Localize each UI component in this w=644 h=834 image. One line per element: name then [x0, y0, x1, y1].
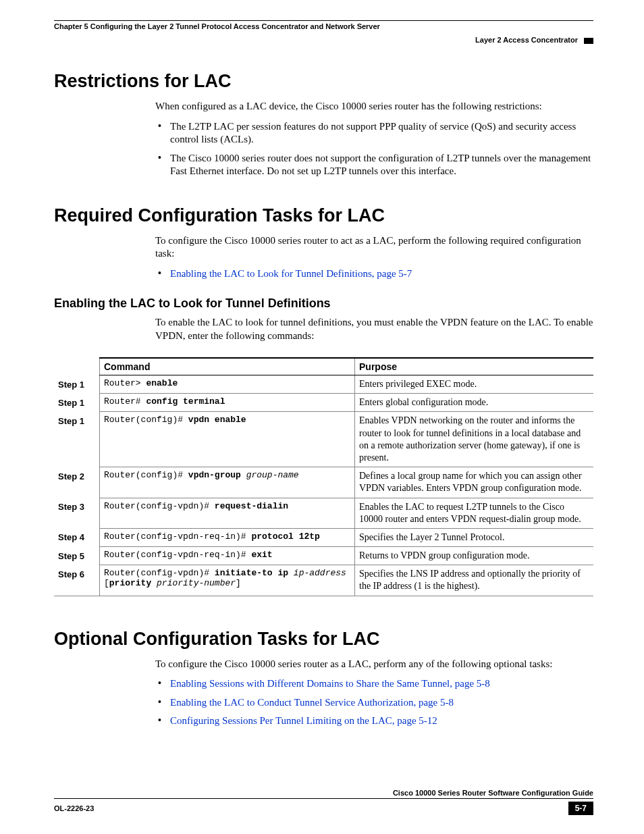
section-name: Layer 2 Access Concentrator: [475, 36, 578, 44]
step-label: Step 4: [54, 528, 100, 546]
restrictions-intro: When configured as a LAC device, the Cis…: [155, 100, 593, 113]
purpose-cell: Enters global configuration mode.: [355, 394, 594, 412]
command-cell: Router> enable: [100, 375, 355, 394]
purpose-cell: Specifies the LNS IP address and optiona…: [355, 565, 594, 596]
subsection-body: To enable the LAC to look for tunnel def…: [155, 316, 593, 342]
optional-link-item: Enabling Sessions with Different Domains…: [155, 677, 593, 691]
step-header: [54, 358, 100, 375]
link-sessions-limit[interactable]: Configuring Sessions Per Tunnel Limiting…: [170, 715, 437, 726]
command-cell: Router(config)# vpdn-group group-name: [100, 467, 355, 498]
step-label: Step 1: [54, 394, 100, 412]
command-cell: Router# config terminal: [100, 394, 355, 412]
document-page: Chapter 5 Configuring the Layer 2 Tunnel…: [0, 0, 644, 834]
heading-required-tasks: Required Configuration Tasks for LAC: [54, 205, 593, 226]
required-body: To configure the Cisco 10000 series rout…: [155, 234, 593, 281]
command-cell: Router(config-vpdn)# request-dialin: [100, 498, 355, 528]
optional-link-item: Enabling the LAC to Conduct Tunnel Servi…: [155, 696, 593, 710]
section-header: Layer 2 Access Concentrator: [54, 36, 593, 44]
table-row: Step 4 Router(config-vpdn-req-in)# proto…: [54, 528, 593, 546]
subsection-intro: To enable the LAC to look for tunnel def…: [155, 316, 593, 342]
table-row: Step 3 Router(config-vpdn)# request-dial…: [54, 498, 593, 528]
step-label: Step 5: [54, 547, 100, 565]
step-label: Step 1: [54, 375, 100, 394]
step-label: Step 3: [54, 498, 100, 528]
command-cell: Router(config-vpdn-req-in)# exit: [100, 547, 355, 565]
table-row: Step 6 Router(config-vpdn)# initiate-to …: [54, 565, 593, 596]
footer-title: Cisco 10000 Series Router Software Confi…: [54, 789, 593, 799]
command-cell: Router(config-vpdn-req-in)# protocol 12t…: [100, 528, 355, 546]
chapter-header: Chapter 5 Configuring the Layer 2 Tunnel…: [54, 22, 593, 30]
required-link-item: Enabling the LAC to Look for Tunnel Defi…: [155, 267, 593, 281]
table-row: Step 2 Router(config)# vpdn-group group-…: [54, 467, 593, 498]
purpose-cell: Defines a local group name for which you…: [355, 467, 594, 498]
heading-optional-tasks: Optional Configuration Tasks for LAC: [54, 629, 593, 650]
table-row: Step 1 Router(config)# vpdn enable Enabl…: [54, 412, 593, 467]
command-table: Command Purpose Step 1 Router> enable En…: [54, 357, 593, 596]
command-cell: Router(config)# vpdn enable: [100, 412, 355, 467]
purpose-cell: Enters privileged EXEC mode.: [355, 375, 594, 394]
purpose-cell: Enables the LAC to request L2TP tunnels …: [355, 498, 594, 528]
step-label: Step 2: [54, 467, 100, 498]
table-row: Step 5 Router(config-vpdn-req-in)# exit …: [54, 547, 593, 565]
table-row: Step 1 Router# config terminal Enters gl…: [54, 394, 593, 412]
command-cell: Router(config-vpdn)# initiate-to ip ip-a…: [100, 565, 355, 596]
optional-body: To configure the Cisco 10000 series rout…: [155, 658, 593, 728]
link-tunnel-auth[interactable]: Enabling the LAC to Conduct Tunnel Servi…: [170, 697, 454, 708]
command-header: Command: [100, 358, 355, 375]
page-number: 5-7: [568, 802, 593, 815]
purpose-cell: Returns to VPDN group configuration mode…: [355, 547, 594, 565]
optional-intro: To configure the Cisco 10000 series rout…: [155, 658, 593, 671]
heading-restrictions: Restrictions for LAC: [54, 71, 593, 92]
top-rule: [54, 20, 593, 21]
header-marker: [584, 38, 593, 44]
subheading-enable-tunnel: Enabling the LAC to Look for Tunnel Defi…: [54, 296, 593, 311]
table-row: Step 1 Router> enable Enters privileged …: [54, 375, 593, 394]
step-label: Step 6: [54, 565, 100, 596]
restriction-item: The L2TP LAC per session features do not…: [155, 120, 593, 147]
purpose-header: Purpose: [355, 358, 594, 375]
purpose-cell: Enables VPDN networking on the router an…: [355, 412, 594, 467]
required-intro: To configure the Cisco 10000 series rout…: [155, 234, 593, 261]
restrictions-body: When configured as a LAC device, the Cis…: [155, 100, 593, 178]
link-enable-tunnel-defs[interactable]: Enabling the LAC to Look for Tunnel Defi…: [170, 268, 412, 279]
optional-link-item: Configuring Sessions Per Tunnel Limiting…: [155, 714, 593, 728]
purpose-cell: Specifies the Layer 2 Tunnel Protocol.: [355, 528, 594, 546]
step-label: Step 1: [54, 412, 100, 467]
link-share-tunnel[interactable]: Enabling Sessions with Different Domains…: [170, 678, 490, 689]
doc-number: OL-2226-23: [54, 804, 94, 812]
restriction-item: The Cisco 10000 series router does not s…: [155, 152, 593, 178]
page-footer: Cisco 10000 Series Router Software Confi…: [54, 789, 593, 815]
table-header-row: Command Purpose: [54, 358, 593, 375]
